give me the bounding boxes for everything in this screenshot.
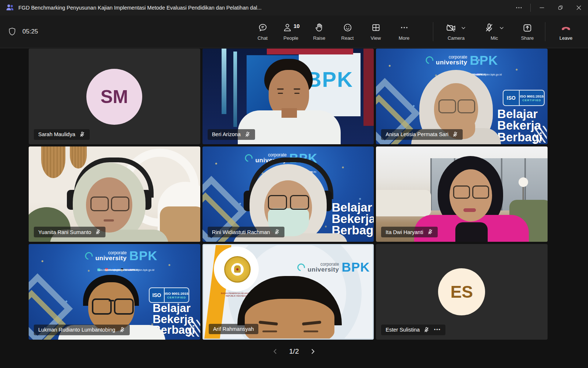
studio-light-pillar (222, 49, 226, 114)
leave-label: Leave (559, 35, 572, 41)
person-glasses (290, 195, 309, 210)
person-glasses-bridge (109, 300, 114, 301)
logo-bpk-text: BPK (470, 54, 498, 66)
logo-bpk-text: BPK (341, 261, 370, 273)
chat-icon (258, 22, 268, 33)
logo-university-text: university (308, 266, 339, 273)
camera-dropdown-chevron-icon[interactable] (460, 25, 467, 31)
titlebar: FGD Benchmarking Penyusunan Kajian Imple… (0, 0, 588, 15)
raise-hand-button[interactable]: Raise (305, 18, 333, 45)
logo-university-text: university (436, 59, 467, 66)
video-tile-anisa[interactable]: corporateuniversity BPK halo.badiklat@bp… (376, 49, 548, 144)
slogan-line: Belajar (497, 108, 542, 120)
react-button[interactable]: React (333, 18, 362, 45)
teams-meeting-window: FGD Benchmarking Penyusunan Kajian Imple… (0, 0, 588, 368)
person-glasses (114, 298, 134, 315)
participant-name-tag: Arif Rahmansyah (209, 324, 258, 334)
video-tile-ita[interactable]: Ita Dwi Haryanti (376, 146, 548, 242)
video-tile-arif[interactable]: BADAN PEMERIKSA KEUANGAN REPUBLIK INDONE… (202, 244, 374, 340)
react-label: React (341, 35, 354, 41)
view-button[interactable]: View (362, 18, 390, 45)
chat-button[interactable]: Chat (248, 18, 277, 45)
meeting-toolbar: 05:25 Chat 10 People Raise React View (0, 15, 588, 48)
person-closed-eye (304, 330, 318, 332)
next-page-chevron-icon[interactable] (309, 348, 316, 355)
more-button[interactable]: More (390, 18, 418, 45)
person-eye (294, 93, 300, 94)
view-grid-icon (371, 22, 381, 33)
mic-dropdown-chevron-icon[interactable] (498, 25, 505, 31)
floor-lamp (519, 177, 528, 187)
person-glasses (111, 197, 129, 211)
avatar-initials-text: SM (101, 86, 128, 107)
view-label: View (371, 35, 381, 41)
iso-certified-text: CERTIFIED (167, 296, 186, 299)
people-label: People (283, 35, 298, 41)
camera-button[interactable]: Camera (437, 22, 475, 41)
video-tile-lukman[interactable]: corporateuniversity BPK halo.badiklat@bp… (29, 244, 200, 340)
person-inner-shirt (455, 222, 488, 242)
studio-bpk-logo-text: BPK (306, 67, 353, 92)
video-tile-rini[interactable]: corporateuniversity BPK halo.badiklat@bp… (202, 146, 374, 242)
minimize-button[interactable] (533, 0, 551, 15)
participant-name-tag: Ita Dwi Haryanti (381, 227, 437, 237)
logo-university-text: university (95, 255, 126, 261)
leave-call-icon (560, 22, 572, 33)
person-forehead (245, 299, 334, 340)
participant-name: Ita Dwi Haryanti (386, 229, 423, 235)
sofa (376, 190, 431, 216)
previous-page-chevron-icon[interactable] (272, 348, 279, 355)
video-tile-sarah-maulidya[interactable]: SM Sarah Maulidya (29, 49, 200, 144)
close-button[interactable] (570, 0, 588, 15)
people-count-badge: 10 (294, 23, 300, 29)
iso-cert-number: ISO 9001:2015 (520, 94, 544, 98)
raise-label: Raise (313, 35, 325, 41)
video-tile-beri-arizona[interactable]: te BPK Beri Arizona (202, 49, 374, 144)
timer-value: 05:25 (22, 28, 38, 35)
minimize-icon (538, 4, 546, 12)
person-glasses (453, 185, 470, 199)
iso-cert-number: ISO 9001:2015 (165, 291, 188, 296)
studio-red-pillar (363, 49, 374, 126)
mic-muted-icon (452, 131, 458, 138)
leave-button[interactable]: Leave (549, 22, 583, 41)
titlebar-more-button[interactable] (510, 0, 528, 15)
shield-icon (7, 27, 17, 36)
participant-name-tag: Beri Arizona (208, 129, 255, 140)
participant-name-tag: Sarah Maulidya (34, 129, 90, 140)
toolbar-divider (545, 22, 545, 41)
mic-muted-icon (244, 131, 251, 138)
video-tile-yuanita[interactable]: Yuanita Rani Sumanto (29, 146, 200, 242)
logo-swoosh-icon (83, 250, 94, 261)
iso-logo-text: ISO (503, 91, 520, 105)
more-label: More (399, 35, 410, 41)
logo-bpk-text: BPK (129, 250, 158, 262)
participant-name: Anisa Letisia Permata Sari (386, 131, 448, 137)
logo-swoosh-icon (424, 55, 435, 66)
tile-more-options-icon[interactable]: ••• (434, 327, 441, 332)
participant-name: Rini Widiastuti Rachman (212, 229, 270, 235)
avatar-initials-text: ES (451, 282, 473, 302)
restore-button[interactable] (551, 0, 570, 15)
close-icon (575, 4, 583, 12)
ellipsis-icon (515, 4, 523, 11)
raise-hand-icon (314, 22, 325, 33)
share-icon (522, 22, 533, 33)
corporate-university-bpk-logo: corporateuniversity BPK (85, 250, 157, 262)
logo-swoosh-icon (244, 153, 254, 163)
mic-button[interactable]: Mic (475, 22, 513, 41)
gallery-pagination: 1/2 (0, 343, 588, 360)
bpk-gold-emblem (224, 256, 251, 283)
restore-icon (556, 4, 564, 12)
participant-name: Yuanita Rani Sumanto (38, 229, 91, 235)
people-button[interactable]: 10 People (277, 18, 305, 45)
share-button[interactable]: Share (513, 22, 541, 41)
mic-muted-icon (79, 131, 85, 138)
person-closed-eye (262, 330, 277, 332)
participant-name: Lukman Rudianto Lumbantobing (38, 327, 115, 333)
teams-app-icon (5, 3, 15, 13)
video-tile-ester[interactable]: ES Ester Sulistina ••• (376, 244, 548, 340)
participant-name: Arif Rahmansyah (213, 326, 254, 332)
person-glasses (438, 99, 456, 113)
share-label: Share (521, 35, 534, 41)
